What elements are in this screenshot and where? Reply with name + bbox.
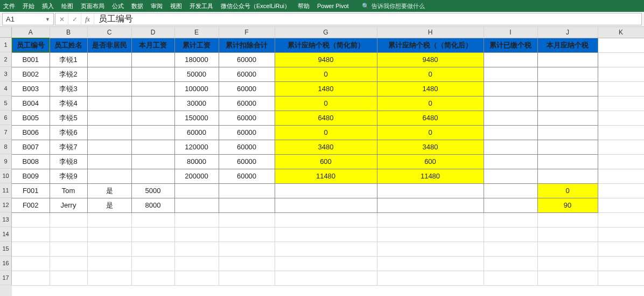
cell[interactable]: [87, 169, 131, 183]
cell[interactable]: [12, 227, 50, 242]
cell[interactable]: [12, 212, 50, 227]
cell[interactable]: 0: [377, 125, 484, 140]
cell[interactable]: B003: [12, 81, 50, 96]
cell[interactable]: [537, 111, 598, 125]
cell[interactable]: 60000: [219, 67, 275, 81]
fx-icon[interactable]: fx: [81, 13, 94, 25]
cell[interactable]: [275, 242, 377, 256]
cell[interactable]: 是: [87, 198, 131, 212]
table-header-cell[interactable]: 本月工资: [131, 38, 174, 52]
cell[interactable]: B007: [12, 140, 50, 154]
cell[interactable]: 60000: [219, 96, 275, 111]
cell[interactable]: [275, 198, 377, 212]
cell[interactable]: [598, 169, 644, 183]
cell[interactable]: 李锐6: [50, 125, 87, 140]
cell[interactable]: 200000: [174, 169, 219, 183]
cell[interactable]: 120000: [174, 140, 219, 154]
cell[interactable]: [484, 242, 537, 256]
cell[interactable]: [598, 81, 644, 96]
cell[interactable]: [219, 227, 275, 242]
cell[interactable]: [377, 256, 484, 271]
cell[interactable]: [537, 169, 598, 183]
row-header[interactable]: 4: [0, 81, 12, 96]
cancel-icon[interactable]: ✕: [55, 13, 68, 25]
cell[interactable]: [484, 81, 537, 96]
cell[interactable]: [598, 96, 644, 111]
cell[interactable]: [537, 140, 598, 154]
row-header[interactable]: 13: [0, 212, 12, 227]
cell[interactable]: 李锐9: [50, 169, 87, 183]
column-header[interactable]: D: [131, 27, 174, 38]
row-header[interactable]: 6: [0, 111, 12, 125]
cell[interactable]: 0: [377, 96, 484, 111]
cell[interactable]: [275, 271, 377, 285]
table-header-cell[interactable]: 累计工资: [174, 38, 219, 52]
cell[interactable]: [87, 96, 131, 111]
cell[interactable]: [131, 52, 174, 67]
cell[interactable]: [275, 256, 377, 271]
cell[interactable]: 60000: [219, 169, 275, 183]
cell[interactable]: [131, 271, 174, 285]
cell[interactable]: [537, 212, 598, 227]
column-header[interactable]: C: [87, 27, 131, 38]
cell[interactable]: B008: [12, 154, 50, 169]
cell[interactable]: [377, 242, 484, 256]
cell[interactable]: [484, 169, 537, 183]
cell[interactable]: 60000: [219, 154, 275, 169]
cell[interactable]: [131, 81, 174, 96]
cell[interactable]: [598, 111, 644, 125]
cell[interactable]: 李锐3: [50, 81, 87, 96]
cell[interactable]: [275, 227, 377, 242]
cell[interactable]: [131, 169, 174, 183]
cell[interactable]: B005: [12, 111, 50, 125]
cell[interactable]: [50, 227, 87, 242]
cell[interactable]: [87, 125, 131, 140]
cell[interactable]: 3480: [377, 140, 484, 154]
cell[interactable]: [484, 125, 537, 140]
ribbon-tab[interactable]: Power Pivot: [317, 3, 349, 9]
cell[interactable]: [484, 140, 537, 154]
cell[interactable]: [598, 52, 644, 67]
cell[interactable]: [484, 256, 537, 271]
cell[interactable]: [12, 256, 50, 271]
cell[interactable]: [87, 271, 131, 285]
cell[interactable]: [50, 242, 87, 256]
cell[interactable]: [598, 271, 644, 285]
cell[interactable]: 8000: [131, 198, 174, 212]
cell[interactable]: [131, 242, 174, 256]
cell[interactable]: 600: [275, 154, 377, 169]
cell[interactable]: [537, 52, 598, 67]
cell[interactable]: [87, 212, 131, 227]
cell[interactable]: 0: [537, 183, 598, 198]
row-header[interactable]: 10: [0, 169, 12, 183]
sheet[interactable]: ABCDEFGHIJK 员工编号员工姓名是否非居民本月工资累计工资累计扣除合计累…: [12, 27, 644, 296]
cell[interactable]: 90: [537, 198, 598, 212]
cell[interactable]: 60000: [219, 81, 275, 96]
cell[interactable]: 是: [87, 183, 131, 198]
cell[interactable]: [598, 212, 644, 227]
cell[interactable]: 李锐7: [50, 140, 87, 154]
confirm-icon[interactable]: ✓: [68, 13, 81, 25]
cell[interactable]: [87, 227, 131, 242]
row-header[interactable]: 17: [0, 271, 12, 285]
cell[interactable]: 600: [377, 154, 484, 169]
cell[interactable]: F002: [12, 198, 50, 212]
cell[interactable]: [219, 242, 275, 256]
ribbon-tab[interactable]: 公式: [112, 2, 124, 10]
select-all-corner[interactable]: [0, 27, 12, 38]
cell[interactable]: 100000: [174, 81, 219, 96]
cell[interactable]: [12, 271, 50, 285]
cell[interactable]: [87, 154, 131, 169]
cell[interactable]: B004: [12, 96, 50, 111]
cell[interactable]: [598, 154, 644, 169]
cell[interactable]: [484, 271, 537, 285]
cell[interactable]: 李锐4: [50, 96, 87, 111]
table-header-cell[interactable]: 本月应纳个税: [537, 38, 598, 52]
ribbon-tab[interactable]: 文件: [3, 2, 15, 10]
cell[interactable]: 150000: [174, 111, 219, 125]
cell[interactable]: [219, 271, 275, 285]
row-header[interactable]: 14: [0, 227, 12, 242]
column-header[interactable]: A: [12, 27, 50, 38]
cell[interactable]: [131, 96, 174, 111]
cell[interactable]: 李锐5: [50, 111, 87, 125]
